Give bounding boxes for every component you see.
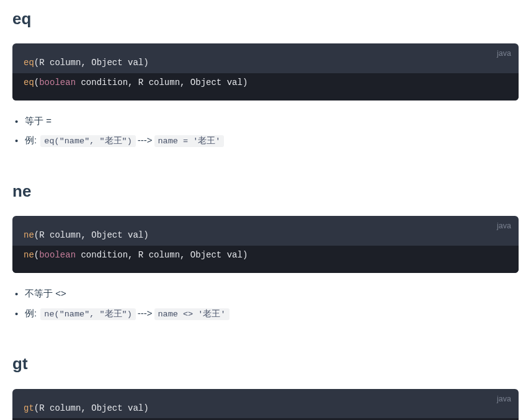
list-item: 例: ne("name", "老王")--->name <> '老王' [15, 305, 519, 322]
code-token-plain: (R column, Object val) [34, 58, 149, 68]
code-token-method: eq [24, 58, 34, 68]
example-code-input: eq("name", "老王") [40, 135, 135, 147]
code-block-ne: javane(R column, Object val)ne(boolean c… [12, 216, 519, 273]
example-label: 例: [25, 135, 37, 145]
code-block-gt: javagt(R column, Object val)gt(boolean c… [12, 389, 519, 420]
example-label: 例: [25, 308, 37, 318]
code-lang-label: java [497, 220, 511, 233]
code-block-eq: javaeq(R column, Object val)eq(boolean c… [12, 43, 519, 101]
section-heading-eq: eq [12, 5, 519, 32]
code-line: ne(boolean condition, R column, Object v… [12, 246, 519, 273]
description-list-eq: 等于 =例: eq("name", "老王")--->name = '老王' [12, 113, 519, 149]
example-code-output: name <> '老王' [154, 308, 230, 320]
arrow-icon: ---> [138, 135, 153, 145]
code-line: eq(boolean condition, R column, Object v… [12, 73, 519, 101]
code-token-plain: condition, R column, Object val) [76, 250, 248, 260]
example-code-output: name = '老王' [154, 135, 225, 147]
doc-root: eqjavaeq(R column, Object val)eq(boolean… [12, 5, 519, 420]
code-token-keyword: boolean [39, 250, 76, 260]
example-code-input: ne("name", "老王") [40, 308, 135, 320]
code-token-plain: ( [34, 250, 39, 260]
code-line: gt(R column, Object val) [12, 389, 519, 419]
code-lang-label: java [497, 393, 511, 406]
list-item: 等于 = [15, 113, 519, 129]
code-token-method: eq [24, 78, 34, 87]
code-token-plain: (R column, Object val) [34, 403, 149, 413]
list-item: 不等于 <> [15, 285, 519, 302]
list-text: 不等于 <> [25, 288, 66, 298]
section-heading-ne: ne [12, 177, 519, 205]
code-token-method: gt [24, 403, 34, 413]
code-line: eq(R column, Object val) [12, 43, 519, 73]
section-heading-gt: gt [12, 350, 519, 377]
code-lang-label: java [497, 47, 511, 60]
code-line: ne(R column, Object val) [12, 216, 519, 246]
code-token-keyword: boolean [39, 78, 76, 87]
list-item: 例: eq("name", "老王")--->name = '老王' [15, 132, 519, 149]
code-token-plain: condition, R column, Object val) [76, 78, 248, 87]
list-text: 等于 = [25, 115, 51, 126]
description-list-ne: 不等于 <>例: ne("name", "老王")--->name <> '老王… [12, 285, 519, 321]
code-token-method: ne [24, 250, 34, 260]
code-token-plain: ( [34, 78, 39, 87]
code-token-method: ne [24, 230, 34, 240]
arrow-icon: ---> [138, 308, 153, 318]
code-token-plain: (R column, Object val) [34, 230, 149, 240]
